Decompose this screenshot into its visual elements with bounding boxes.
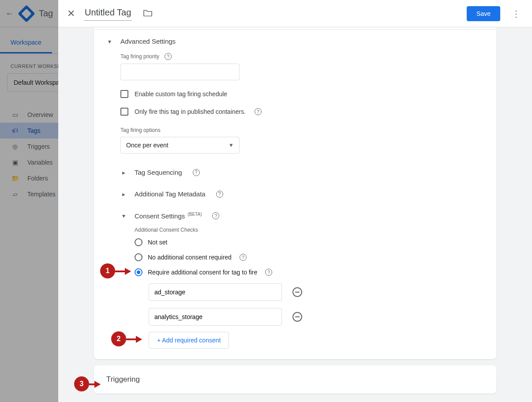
- help-icon[interactable]: ?: [216, 191, 223, 198]
- consent-settings-toggle[interactable]: ▾ Consent Settings (BETA) ?: [106, 205, 484, 227]
- chevron-down-icon: ▾: [120, 212, 127, 219]
- chevron-right-icon: ▸: [120, 169, 127, 176]
- firing-options-select[interactable]: Once per event ▼: [120, 137, 240, 154]
- annotation-arrow-1: [115, 271, 130, 272]
- radio-require-consent[interactable]: Require additional consent for tag to fi…: [135, 265, 484, 280]
- help-icon[interactable]: ?: [265, 269, 272, 276]
- radio-icon[interactable]: [135, 253, 142, 261]
- tag-name-input[interactable]: Untitled Tag: [84, 7, 132, 21]
- beta-badge: (BETA): [187, 212, 202, 217]
- help-icon[interactable]: ?: [240, 254, 247, 261]
- annotation-marker-1: 1: [100, 263, 115, 278]
- custom-schedule-checkbox-row[interactable]: Enable custom tag firing schedule: [120, 90, 484, 98]
- tag-sequencing-toggle[interactable]: ▸ Tag Sequencing ?: [106, 162, 484, 183]
- additional-metadata-toggle[interactable]: ▸ Additional Tag Metadata ?: [106, 183, 484, 205]
- radio-icon[interactable]: [135, 238, 142, 246]
- panel-header: ✕ Untitled Tag Save ⋮: [58, 0, 532, 27]
- triggering-card[interactable]: Triggering: [94, 365, 496, 394]
- advanced-settings-toggle[interactable]: ▾ Advanced Settings: [106, 30, 484, 48]
- chevron-down-icon: ▼: [229, 142, 234, 148]
- checkbox-icon[interactable]: [120, 108, 128, 116]
- folder-select-icon[interactable]: [143, 9, 152, 18]
- tag-editor-panel: ✕ Untitled Tag Save ⋮ ▾ Advanced Setting…: [58, 0, 532, 402]
- published-only-checkbox-row[interactable]: Only fire this tag in published containe…: [120, 108, 484, 116]
- save-button[interactable]: Save: [467, 6, 500, 21]
- annotation-marker-3: 3: [74, 376, 89, 391]
- remove-consent-icon[interactable]: [292, 312, 302, 322]
- radio-not-set[interactable]: Not set: [135, 235, 484, 250]
- tag-priority-input[interactable]: [120, 64, 240, 80]
- firing-options-label: Tag firing options: [120, 127, 484, 133]
- close-icon[interactable]: ✕: [67, 8, 75, 19]
- triggering-title: Triggering: [106, 375, 484, 384]
- tag-priority-label: Tag firing priority ?: [120, 53, 484, 60]
- consent-type-input-2[interactable]: [149, 308, 282, 326]
- radio-no-additional[interactable]: No additional consent required ?: [135, 250, 484, 265]
- add-required-consent-button[interactable]: + Add required consent: [149, 332, 229, 349]
- tag-config-card: ▾ Advanced Settings Tag firing priority …: [94, 27, 496, 359]
- chevron-down-icon: ▾: [106, 38, 112, 45]
- more-menu-icon[interactable]: ⋮: [509, 8, 523, 19]
- radio-icon[interactable]: [135, 268, 142, 276]
- help-icon[interactable]: ?: [212, 212, 219, 219]
- consent-type-input-1[interactable]: [149, 283, 282, 301]
- checkbox-icon[interactable]: [120, 90, 128, 98]
- modal-backdrop: [0, 0, 58, 402]
- advanced-settings-title: Advanced Settings: [120, 38, 176, 45]
- annotation-arrow-3: [89, 383, 100, 385]
- annotation-marker-2: 2: [111, 331, 126, 346]
- help-icon[interactable]: ?: [255, 108, 262, 115]
- help-icon[interactable]: ?: [193, 169, 200, 176]
- chevron-right-icon: ▸: [120, 191, 127, 198]
- additional-consent-label: Additional Consent Checks: [135, 227, 484, 233]
- remove-consent-icon[interactable]: [292, 287, 302, 297]
- annotation-arrow-2: [126, 338, 141, 340]
- help-icon[interactable]: ?: [165, 53, 172, 60]
